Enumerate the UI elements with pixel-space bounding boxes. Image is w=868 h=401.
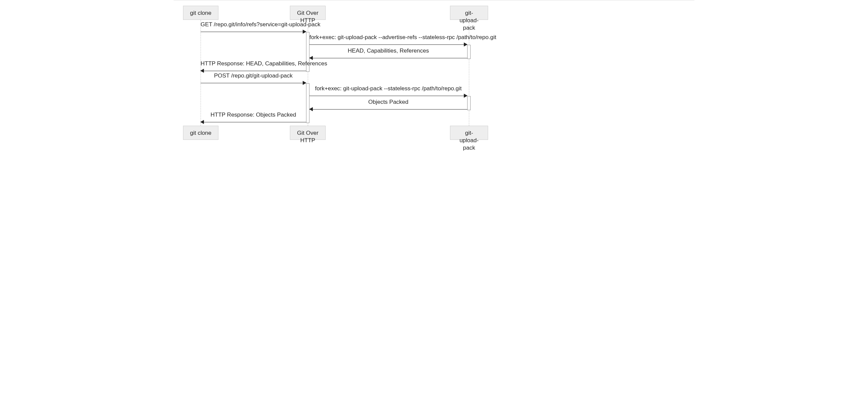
participant-p3-bottom: git-upload-pack	[450, 126, 488, 140]
arrow-right-icon	[464, 42, 468, 47]
arrow-left-icon	[309, 56, 313, 60]
participant-p3-top: git-upload-pack	[450, 6, 488, 20]
message-m3: HEAD, Capabilities, References	[309, 55, 467, 62]
activation-1	[467, 45, 471, 59]
arrow-line	[309, 44, 467, 45]
arrow-line	[309, 109, 467, 110]
participant-p1-top: git clone	[183, 6, 218, 20]
arrow-line	[201, 122, 306, 122]
message-m1: GET /repo.git/info/refs?service=git-uplo…	[201, 29, 306, 35]
arrow-left-icon	[200, 120, 204, 124]
message-label: GET /repo.git/info/refs?service=git-uplo…	[201, 21, 306, 28]
arrow-line	[309, 96, 467, 96]
message-m5: POST /repo.git/git-upload-pack	[201, 80, 306, 87]
message-m8: HTTP Response: Objects Packed	[201, 119, 306, 126]
arrow-line	[201, 83, 306, 83]
message-label: Objects Packed	[309, 99, 467, 105]
message-label: HTTP Response: Objects Packed	[201, 112, 306, 118]
arrow-right-icon	[303, 81, 306, 85]
activation-2	[306, 83, 309, 123]
arrow-line	[201, 71, 306, 71]
message-label: POST /repo.git/git-upload-pack	[201, 72, 306, 79]
participant-p2-top: Git Over HTTP	[290, 6, 326, 20]
participant-p2-bottom: Git Over HTTP	[290, 126, 326, 140]
arrow-line	[201, 32, 306, 32]
sequence-diagram: git cloneGit Over HTTPgit-upload-packgit…	[174, 0, 694, 241]
message-label: HTTP Response: HEAD, Capabilities, Refer…	[201, 60, 306, 67]
message-m7: Objects Packed	[309, 106, 467, 113]
message-label: fork+exec: git-upload-pack --stateless-r…	[309, 85, 467, 92]
message-m6: fork+exec: git-upload-pack --stateless-r…	[309, 93, 467, 99]
message-label: fork+exec: git-upload-pack --advertise-r…	[309, 34, 467, 41]
participant-p1-bottom: git clone	[183, 126, 218, 140]
arrow-right-icon	[303, 30, 306, 34]
activation-3	[467, 96, 471, 110]
arrow-left-icon	[309, 107, 313, 111]
message-label: HEAD, Capabilities, References	[309, 48, 467, 54]
arrow-right-icon	[464, 94, 468, 98]
message-m2: fork+exec: git-upload-pack --advertise-r…	[309, 41, 467, 48]
arrow-line	[309, 58, 467, 58]
